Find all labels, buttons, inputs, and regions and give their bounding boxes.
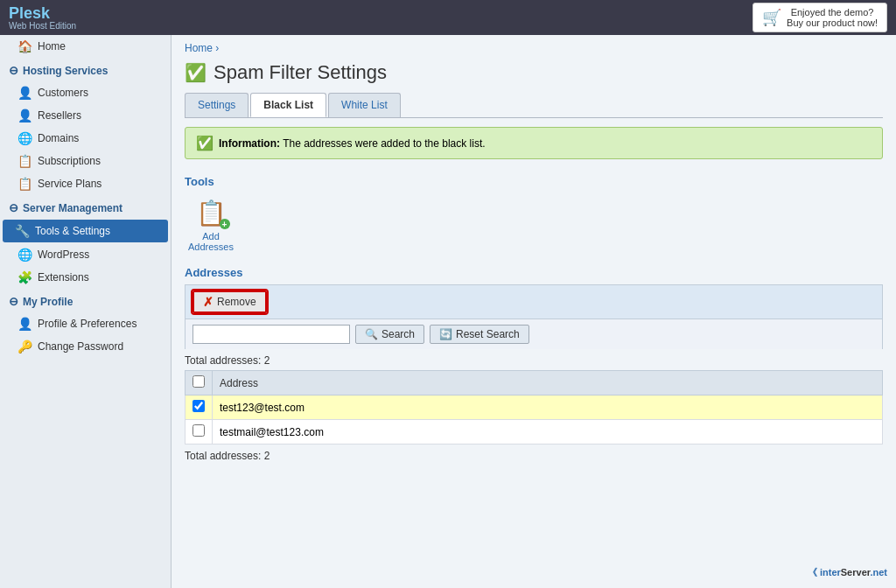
sidebar-group-hosting[interactable]: ⊖ Hosting Services bbox=[0, 58, 171, 81]
address-cell-2: testmail@test123.com bbox=[213, 420, 883, 444]
extensions-icon: 🧩 bbox=[18, 270, 32, 284]
layout: 🏠 Home ⊖ Hosting Services 👤 Customers 👤 … bbox=[0, 35, 896, 588]
sidebar-item-extensions[interactable]: 🧩 Extensions bbox=[0, 266, 171, 289]
info-icon: ✅ bbox=[196, 135, 214, 151]
sidebar-label-tools: Tools & Settings bbox=[35, 225, 110, 237]
logo-sub: Web Host Edition bbox=[9, 21, 76, 31]
toggle-profile-icon: ⊖ bbox=[9, 295, 18, 308]
table-row: testmail@test123.com bbox=[186, 420, 883, 444]
sidebar-label-resellers: Resellers bbox=[38, 109, 81, 122]
sidebar-label-wordpress: WordPress bbox=[38, 248, 89, 261]
sidebar-item-change-password[interactable]: 🔑 Change Password bbox=[0, 335, 171, 358]
add-badge: + bbox=[220, 219, 230, 229]
remove-button[interactable]: ✗ Remove bbox=[192, 290, 267, 313]
sidebar-label-subscriptions: Subscriptions bbox=[38, 155, 101, 167]
tab-black-list[interactable]: Black List bbox=[250, 93, 326, 117]
sidebar-label-customers: Customers bbox=[38, 87, 88, 99]
sidebar-label-server: Server Management bbox=[23, 202, 122, 214]
sidebar: 🏠 Home ⊖ Hosting Services 👤 Customers 👤 … bbox=[0, 35, 172, 588]
addresses-title: Addresses bbox=[185, 261, 883, 284]
row-checkbox-2[interactable] bbox=[192, 424, 205, 437]
row-checkbox-1[interactable] bbox=[192, 400, 205, 412]
promo-line1: Enjoyed the demo? bbox=[787, 7, 878, 18]
x-icon: ✗ bbox=[203, 295, 214, 309]
sidebar-item-service-plans[interactable]: 📋 Service Plans bbox=[0, 172, 171, 195]
remove-label: Remove bbox=[217, 296, 256, 308]
add-addresses-label: Add Addresses bbox=[185, 231, 237, 252]
add-addresses-icon: 📋+ bbox=[196, 199, 227, 228]
customers-icon: 👤 bbox=[18, 86, 32, 100]
search-input[interactable] bbox=[192, 325, 350, 344]
sidebar-group-profile[interactable]: ⊖ My Profile bbox=[0, 289, 171, 312]
addresses-table: Address test123@test.com testmail@test12… bbox=[185, 370, 883, 444]
tab-white-list[interactable]: White List bbox=[328, 93, 401, 117]
status-ok-icon: ✅ bbox=[185, 62, 206, 83]
info-message: The addresses were added to the black li… bbox=[283, 137, 485, 150]
search-label: Search bbox=[382, 328, 415, 340]
main-content: Home › ✅ Spam Filter Settings Settings B… bbox=[172, 35, 896, 588]
sidebar-item-subscriptions[interactable]: 📋 Subscriptions bbox=[0, 150, 171, 172]
wordpress-icon: 🌐 bbox=[18, 248, 32, 262]
tools-icon: 🔧 bbox=[15, 224, 30, 238]
promo-box[interactable]: 🛒 Enjoyed the demo? Buy our product now! bbox=[752, 3, 887, 32]
service-plans-icon: 📋 bbox=[18, 177, 32, 191]
cart-icon: 🛒 bbox=[762, 8, 781, 27]
profile-icon: 👤 bbox=[18, 317, 32, 331]
brand-server: Server bbox=[841, 567, 871, 578]
key-icon: 🔑 bbox=[18, 340, 32, 354]
sidebar-item-resellers[interactable]: 👤 Resellers bbox=[0, 104, 171, 127]
column-header-address: Address bbox=[213, 371, 883, 396]
sidebar-item-home[interactable]: 🏠 Home bbox=[0, 35, 171, 58]
sidebar-label-hosting: Hosting Services bbox=[23, 65, 108, 77]
tab-settings[interactable]: Settings bbox=[185, 93, 248, 117]
info-label-strong: Information: bbox=[219, 137, 280, 150]
sidebar-item-profile-preferences[interactable]: 👤 Profile & Preferences bbox=[0, 312, 171, 335]
search-button[interactable]: 🔍 Search bbox=[355, 325, 424, 344]
tab-border bbox=[185, 117, 883, 118]
info-bar: ✅ Information: The addresses were added … bbox=[185, 127, 883, 159]
search-icon: 🔍 bbox=[365, 328, 378, 340]
sidebar-item-customers[interactable]: 👤 Customers bbox=[0, 81, 171, 104]
table-toolbar: ✗ Remove bbox=[185, 284, 883, 318]
add-addresses-tool[interactable]: 📋+ Add Addresses bbox=[185, 199, 237, 252]
search-bar: 🔍 Search 🔄 Reset Search bbox=[185, 318, 883, 349]
tools-title: Tools bbox=[172, 168, 896, 193]
info-label: Information: The addresses were added to… bbox=[219, 137, 486, 150]
brand-inter: inter bbox=[820, 567, 841, 578]
domains-icon: 🌐 bbox=[18, 131, 32, 145]
reset-search-button[interactable]: 🔄 Reset Search bbox=[430, 325, 529, 344]
sidebar-item-wordpress[interactable]: 🌐 WordPress bbox=[0, 243, 171, 266]
tabs: Settings Black List White List bbox=[172, 93, 896, 117]
sidebar-label-domains: Domains bbox=[38, 132, 79, 144]
reset-icon: 🔄 bbox=[439, 328, 452, 340]
sidebar-label-service-plans: Service Plans bbox=[38, 178, 102, 190]
page-title: Spam Filter Settings bbox=[214, 61, 387, 84]
home-icon: 🏠 bbox=[18, 39, 32, 53]
sidebar-label-change-pwd: Change Password bbox=[38, 340, 123, 353]
breadcrumb: Home › bbox=[172, 35, 896, 58]
select-all-checkbox[interactable] bbox=[192, 375, 205, 388]
top-bar: Plesk Web Host Edition 🛒 Enjoyed the dem… bbox=[0, 0, 896, 35]
table-row: test123@test.com bbox=[186, 396, 883, 420]
sidebar-label-home: Home bbox=[38, 40, 66, 52]
sidebar-item-domains[interactable]: 🌐 Domains bbox=[0, 127, 171, 150]
tools-grid: 📋+ Add Addresses bbox=[172, 193, 896, 261]
subscriptions-icon: 📋 bbox=[18, 154, 32, 168]
page-header: ✅ Spam Filter Settings bbox=[172, 58, 896, 93]
sidebar-label-profile-pref: Profile & Preferences bbox=[38, 318, 136, 330]
brand-c: 《 bbox=[808, 567, 817, 578]
promo-line2: Buy our product now! bbox=[787, 18, 878, 28]
breadcrumb-home[interactable]: Home bbox=[185, 42, 213, 54]
toggle-hosting-icon: ⊖ bbox=[9, 64, 18, 77]
brand-net: .net bbox=[870, 567, 887, 578]
toggle-server-icon: ⊖ bbox=[9, 201, 18, 214]
resellers-icon: 👤 bbox=[18, 108, 32, 122]
address-cell-1: test123@test.com bbox=[213, 396, 883, 420]
sidebar-item-tools-settings[interactable]: 🔧 Tools & Settings bbox=[3, 220, 168, 242]
logo-text: Plesk bbox=[9, 5, 76, 21]
sidebar-group-server[interactable]: ⊖ Server Management bbox=[0, 195, 171, 219]
sidebar-label-extensions: Extensions bbox=[38, 271, 89, 284]
addresses-section: Addresses ✗ Remove 🔍 Search 🔄 Reset Sear… bbox=[172, 261, 896, 466]
footer-brand: 《 interServer.net bbox=[808, 566, 887, 579]
total-label-bottom: Total addresses: 2 bbox=[185, 444, 883, 466]
